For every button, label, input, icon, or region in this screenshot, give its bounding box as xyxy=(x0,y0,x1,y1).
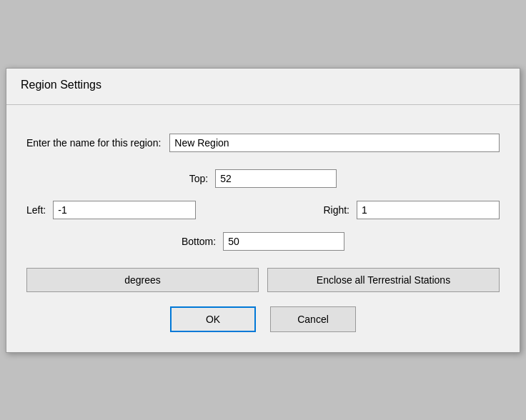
ok-button[interactable]: OK xyxy=(170,306,256,332)
region-settings-dialog: Region Settings Enter the name for this … xyxy=(6,68,520,353)
left-group: Left: xyxy=(26,201,196,219)
ok-cancel-row: OK Cancel xyxy=(26,306,500,338)
left-label: Left: xyxy=(26,204,46,216)
bottom-label: Bottom: xyxy=(182,236,216,247)
right-input[interactable] xyxy=(357,201,500,219)
enclose-button[interactable]: Enclose all Terrestrial Stations xyxy=(267,268,500,292)
cancel-button[interactable]: Cancel xyxy=(270,306,356,332)
bottom-input[interactable] xyxy=(223,232,344,251)
left-right-row: Left: Right: xyxy=(26,201,500,219)
action-button-row: degrees Enclose all Terrestrial Stations xyxy=(26,268,500,292)
bottom-row: Bottom: xyxy=(26,232,500,251)
top-label: Top: xyxy=(189,173,208,184)
dialog-title: Region Settings xyxy=(6,69,520,99)
name-row: Enter the name for this region: xyxy=(26,134,500,152)
region-name-input[interactable] xyxy=(169,134,500,152)
top-input[interactable] xyxy=(215,169,337,188)
right-group: Right: xyxy=(323,201,500,219)
top-row: Top: xyxy=(26,169,500,188)
degrees-button[interactable]: degrees xyxy=(26,268,259,292)
name-label: Enter the name for this region: xyxy=(26,137,161,149)
dialog-body: Enter the name for this region: Top: Lef… xyxy=(6,119,520,352)
title-divider xyxy=(6,104,520,105)
right-label: Right: xyxy=(323,204,349,216)
left-input[interactable] xyxy=(53,201,196,219)
